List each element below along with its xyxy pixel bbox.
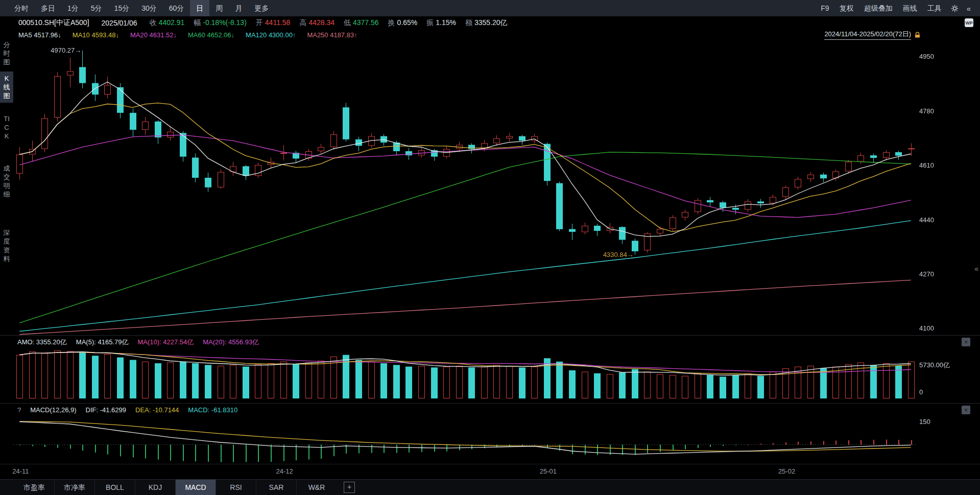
time-axis-label-1: 24-12 xyxy=(276,467,293,475)
period-tab-1[interactable]: 多日 xyxy=(35,0,61,16)
period-tab-5[interactable]: 30分 xyxy=(135,0,163,16)
toolbar-action-0[interactable]: F9 xyxy=(816,0,834,16)
quote-field-label-open: 开 xyxy=(256,18,263,27)
volume-legend-ma5: MA(5): 4165.79亿 xyxy=(76,338,129,347)
macd-legend-dif: DIF: -41.6299 xyxy=(86,406,127,414)
price-axis-label-3: 4440 xyxy=(919,216,934,224)
collapse-toolbar-icon[interactable]: « xyxy=(963,4,975,13)
left-sidebar: 分时图K线图TICK成交明细深度资料 xyxy=(0,34,13,266)
time-axis: 24-1124-1225-0125-02 xyxy=(0,464,980,477)
tab-macd[interactable]: MACD xyxy=(175,480,216,495)
toolbar-action-1[interactable]: 复权 xyxy=(834,0,859,16)
sidebar-item-kline[interactable]: K线图 xyxy=(0,72,13,103)
period-tab-7[interactable]: 日 xyxy=(190,0,209,16)
period-tab-3[interactable]: 5分 xyxy=(85,0,108,16)
ma-legend-bar: MA5 4517.96↓MA10 4593.48↓MA20 4631.52↓MA… xyxy=(0,29,980,40)
ma-legend-ma250: MA250 4187.83↑ xyxy=(307,31,357,39)
tab-rsi[interactable]: RSI xyxy=(216,480,256,495)
quote-field-value-amplitude: 1.15% xyxy=(436,18,456,27)
quote-field-label-low: 低 xyxy=(344,18,351,27)
period-tab-10[interactable]: 更多 xyxy=(248,0,275,16)
volume-legend-items: AMO: 3355.20亿MA(5): 4165.79亿MA(10): 4227… xyxy=(17,338,259,347)
volume-legend-amo: AMO: 3355.20亿 xyxy=(17,338,67,347)
app-window: 分时多日1分5分15分30分60分日周月更多 F9复权超级叠加画线工具« 000… xyxy=(0,0,980,495)
tab-wr[interactable]: W&R xyxy=(296,480,337,495)
quote-field-label-amplitude: 振 xyxy=(426,18,434,27)
toolbar-action-3[interactable]: 画线 xyxy=(898,0,922,16)
settings-gear-icon[interactable] xyxy=(947,5,963,12)
period-tab-8[interactable]: 周 xyxy=(209,0,229,16)
quote-field-amount: 额3355.20亿 xyxy=(465,18,508,28)
time-axis-label-0: 24-11 xyxy=(12,467,29,475)
price-axis: 495047804610444042704100 xyxy=(919,41,965,335)
quote-field-close: 收4402.91 xyxy=(150,18,185,28)
sidebar-item-timeline[interactable]: 分时图 xyxy=(0,38,13,69)
price-axis-label-5: 4100 xyxy=(919,324,934,332)
quote-field-value-close: 4402.91 xyxy=(159,18,185,27)
quote-field-amplitude: 振1.15% xyxy=(426,18,456,28)
time-axis-label-3: 25-02 xyxy=(778,467,795,475)
ma-legend-ma20: MA20 4631.52↓ xyxy=(130,31,177,39)
macd-axis-max-label: 150 xyxy=(919,418,930,426)
tab-boll[interactable]: BOLL xyxy=(94,480,135,495)
macd-legend-bar: ? MACD(12,26,9) DIF: -41.6299DEA: -10.71… xyxy=(0,403,980,416)
ma-legend-ma5: MA5 4517.96↓ xyxy=(18,31,61,39)
tab-kdj[interactable]: KDJ xyxy=(135,480,175,495)
period-tab-0[interactable]: 分时 xyxy=(8,0,35,16)
macd-chart[interactable] xyxy=(13,416,917,464)
quote-date: 2025/01/06 xyxy=(102,19,137,27)
tab-pb[interactable]: 市净率 xyxy=(54,480,94,495)
close-macd-panel-button[interactable]: × xyxy=(962,406,970,414)
quote-field-label-turnover: 换 xyxy=(388,18,395,27)
toolbar-action-4[interactable]: 工具 xyxy=(922,0,947,16)
close-volume-panel-button[interactable]: × xyxy=(962,338,970,346)
sidebar-item-trade-detail[interactable]: 成交明细 xyxy=(0,161,13,201)
quote-field-value-amount: 3355.20亿 xyxy=(474,18,508,27)
indicator-tabs: 市盈率市净率BOLLKDJMACDRSISARW&R+ xyxy=(0,479,980,495)
quote-field-low: 低4377.56 xyxy=(344,18,379,28)
volume-chart[interactable] xyxy=(13,348,917,399)
macd-legend-dea: DEA: -10.7144 xyxy=(135,406,179,414)
help-icon[interactable]: ? xyxy=(17,406,21,414)
sidebar-item-tick[interactable]: TICK xyxy=(0,112,13,143)
candlestick-chart[interactable] xyxy=(13,41,917,335)
date-range-wrap: 2024/11/04-2025/02/20(72日) xyxy=(824,30,921,40)
add-indicator-button[interactable]: + xyxy=(344,482,355,493)
period-tab-6[interactable]: 60分 xyxy=(163,0,190,16)
lock-icon[interactable] xyxy=(914,32,921,38)
volume-legend-bar: AMO: 3355.20亿MA(5): 4165.79亿MA(10): 4227… xyxy=(0,335,980,348)
period-tab-2[interactable]: 1分 xyxy=(61,0,85,16)
symbol-label: 000510.SH[中证A500] xyxy=(18,18,89,28)
wp-badge-icon[interactable]: WP xyxy=(965,18,973,27)
macd-legend-macd: MACD: -61.8310 xyxy=(188,406,237,414)
quote-field-open: 开4411.58 xyxy=(256,18,291,28)
sidebar-item-depth-info[interactable]: 深度资料 xyxy=(0,226,13,266)
price-axis-label-4: 4270 xyxy=(919,270,934,278)
period-tab-4[interactable]: 15分 xyxy=(108,0,136,16)
collapse-right-icon[interactable]: « xyxy=(974,265,978,273)
quote-field-turnover: 换0.65% xyxy=(388,18,418,28)
top-toolbar: 分时多日1分5分15分30分60分日周月更多 F9复权超级叠加画线工具« xyxy=(0,0,980,16)
quote-field-label-close: 收 xyxy=(150,18,157,27)
volume-legend-ma10: MA(10): 4227.54亿 xyxy=(137,338,194,347)
toolbar-action-2[interactable]: 超级叠加 xyxy=(859,0,898,16)
tab-pe[interactable]: 市盈率 xyxy=(14,480,54,495)
toolbar-actions: F9复权超级叠加画线工具« xyxy=(816,0,975,16)
price-axis-label-0: 4950 xyxy=(919,53,934,60)
quote-field-high: 高4428.34 xyxy=(299,18,334,28)
quote-fields: 收4402.91幅-0.18%(-8.13)开4411.58高4428.34低4… xyxy=(150,18,508,28)
volume-axis-max-label: 5730.00亿 xyxy=(919,361,950,370)
quote-field-change: 幅-0.18%(-8.13) xyxy=(194,18,247,28)
price-axis-label-1: 4780 xyxy=(919,107,934,115)
volume-axis-zero-label: 0 xyxy=(919,388,923,396)
tab-sar[interactable]: SAR xyxy=(256,480,296,495)
quote-field-value-change: -0.18%(-8.13) xyxy=(203,18,247,27)
ma-legend-ma60: MA60 4652.06↓ xyxy=(188,31,234,39)
period-tab-9[interactable]: 月 xyxy=(229,0,248,16)
macd-title: MACD(12,26,9) xyxy=(30,406,76,414)
quote-field-value-turnover: 0.65% xyxy=(397,18,418,27)
quote-field-label-change: 幅 xyxy=(194,18,201,27)
macd-legend-items: DIF: -41.6299DEA: -10.7144MACD: -61.8310 xyxy=(86,406,238,414)
period-tabs: 分时多日1分5分15分30分60分日周月更多 xyxy=(8,0,275,16)
date-range-label[interactable]: 2024/11/04-2025/02/20(72日) xyxy=(824,30,911,40)
